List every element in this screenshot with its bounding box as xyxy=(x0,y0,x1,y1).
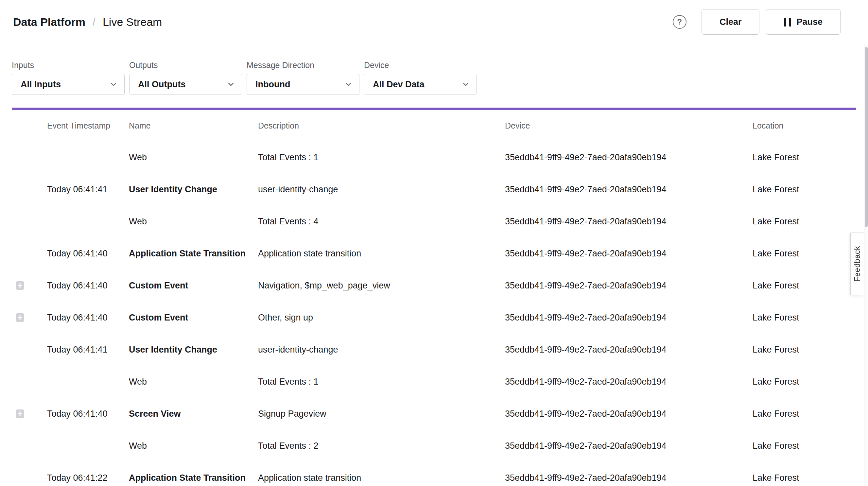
clear-button[interactable]: Clear xyxy=(702,9,760,35)
expand-cell xyxy=(12,281,47,290)
expand-cell xyxy=(12,345,47,354)
event-timestamp: Today 06:41:40 xyxy=(47,313,129,323)
event-device-id: 35eddb41-9ff9-49e2-7aed-20afa90eb194 xyxy=(505,281,752,291)
event-location: Lake Forest xyxy=(752,345,856,355)
expand-cell xyxy=(12,409,47,418)
event-description: Application state transition xyxy=(258,248,505,259)
column-header-device: Device xyxy=(505,121,752,130)
filter-outputs-label: Outputs xyxy=(129,61,242,70)
live-stream-page: Data Platform / Live Stream ? Clear Paus… xyxy=(0,0,868,486)
device-dropdown[interactable]: All Dev Data xyxy=(364,74,477,95)
table-row[interactable]: Today 06:41:40 Custom Event Navigation, … xyxy=(12,270,856,302)
event-device-id: 35eddb41-9ff9-49e2-7aed-20afa90eb194 xyxy=(505,313,752,323)
table-row[interactable]: Today 06:41:22 Application State Transit… xyxy=(12,462,856,486)
event-device-id: 35eddb41-9ff9-49e2-7aed-20afa90eb194 xyxy=(505,441,752,451)
column-header-timestamp: Event Timestamp xyxy=(47,121,129,130)
message-direction-dropdown[interactable]: Inbound xyxy=(247,74,360,95)
event-location: Lake Forest xyxy=(752,377,856,387)
pause-icon xyxy=(784,18,791,27)
event-name: User Identity Change xyxy=(129,184,258,194)
filter-bar: Inputs All Inputs Outputs All Outputs Me… xyxy=(0,44,868,95)
table-header-row: Event Timestamp Name Description Device … xyxy=(12,110,856,141)
filter-message-direction: Message Direction Inbound xyxy=(247,61,360,95)
event-location: Lake Forest xyxy=(752,216,856,226)
event-device-id: 35eddb41-9ff9-49e2-7aed-20afa90eb194 xyxy=(505,473,752,483)
filter-outputs: Outputs All Outputs xyxy=(129,61,242,95)
event-name: Web xyxy=(129,441,258,451)
event-name: Web xyxy=(129,152,258,162)
event-location: Lake Forest xyxy=(752,313,856,323)
event-location: Lake Forest xyxy=(752,281,856,291)
table-row[interactable]: Today 06:41:41 User Identity Change user… xyxy=(12,173,856,205)
column-header-location: Location xyxy=(752,121,856,130)
event-description: Total Events : 4 xyxy=(258,216,505,226)
event-location: Lake Forest xyxy=(752,409,856,419)
top-header: Data Platform / Live Stream ? Clear Paus… xyxy=(0,0,868,44)
table-row[interactable]: Today 06:41:41 User Identity Change user… xyxy=(12,334,856,366)
column-header-name: Name xyxy=(129,121,258,130)
event-device-id: 35eddb41-9ff9-49e2-7aed-20afa90eb194 xyxy=(505,216,752,226)
expand-cell xyxy=(12,474,47,482)
table-row[interactable]: Today 06:41:40 Screen View Signup Pagevi… xyxy=(12,398,856,430)
help-icon[interactable]: ? xyxy=(673,15,686,29)
feedback-tab[interactable]: Feedback xyxy=(850,233,864,295)
filter-inputs-label: Inputs xyxy=(12,61,125,70)
accent-divider xyxy=(12,108,856,110)
filter-message-direction-label: Message Direction xyxy=(247,61,360,70)
expand-cell xyxy=(12,313,47,322)
filter-device-label: Device xyxy=(364,61,477,70)
table-row[interactable]: Web Total Events : 4 35eddb41-9ff9-49e2-… xyxy=(12,205,856,238)
event-device-id: 35eddb41-9ff9-49e2-7aed-20afa90eb194 xyxy=(505,377,752,387)
event-name: Web xyxy=(129,216,258,226)
event-timestamp: Today 06:41:22 xyxy=(47,473,129,483)
event-device-id: 35eddb41-9ff9-49e2-7aed-20afa90eb194 xyxy=(505,152,752,162)
header-actions: ? Clear Pause xyxy=(673,9,840,35)
expand-cell xyxy=(12,153,47,161)
expand-row-icon[interactable] xyxy=(16,313,24,322)
chevron-down-icon xyxy=(344,80,352,89)
event-description: Navigation, $mp_web_page_view xyxy=(258,281,505,291)
expand-cell xyxy=(12,185,47,193)
inputs-dropdown[interactable]: All Inputs xyxy=(12,74,125,95)
table-row[interactable]: Today 06:41:40 Custom Event Other, sign … xyxy=(12,302,856,334)
scrollbar-track[interactable] xyxy=(864,44,868,486)
expand-row-icon[interactable] xyxy=(16,281,24,290)
event-description: Signup Pageview xyxy=(258,409,505,419)
chevron-down-icon xyxy=(109,80,118,89)
device-dropdown-value: All Dev Data xyxy=(373,80,425,90)
breadcrumb-data-platform[interactable]: Data Platform xyxy=(13,16,85,28)
chevron-down-icon xyxy=(227,80,235,89)
event-name: Application State Transition xyxy=(129,248,258,259)
event-location: Lake Forest xyxy=(752,473,856,483)
event-timestamp: Today 06:41:40 xyxy=(47,281,129,291)
expand-row-icon[interactable] xyxy=(16,409,24,418)
table-row[interactable]: Today 06:41:40 Application State Transit… xyxy=(12,238,856,270)
event-description: user-identity-change xyxy=(258,184,505,194)
event-timestamp: Today 06:41:40 xyxy=(47,409,129,419)
event-device-id: 35eddb41-9ff9-49e2-7aed-20afa90eb194 xyxy=(505,345,752,355)
event-device-id: 35eddb41-9ff9-49e2-7aed-20afa90eb194 xyxy=(505,409,752,419)
event-timestamp: Today 06:41:41 xyxy=(47,345,129,355)
pause-button[interactable]: Pause xyxy=(766,9,840,35)
message-direction-dropdown-value: Inbound xyxy=(255,80,290,90)
event-location: Lake Forest xyxy=(752,152,856,162)
event-name: Screen View xyxy=(129,409,258,419)
event-description: Other, sign up xyxy=(258,313,505,323)
event-timestamp: Today 06:41:41 xyxy=(47,184,129,194)
breadcrumb: Data Platform / Live Stream xyxy=(13,16,162,28)
table-body: Web Total Events : 1 35eddb41-9ff9-49e2-… xyxy=(12,141,856,486)
feedback-tab-label: Feedback xyxy=(852,246,862,282)
event-description: Total Events : 1 xyxy=(258,152,505,162)
event-description: Total Events : 2 xyxy=(258,441,505,451)
outputs-dropdown-value: All Outputs xyxy=(138,80,185,90)
table-row[interactable]: Web Total Events : 1 35eddb41-9ff9-49e2-… xyxy=(12,366,856,398)
page-title: Live Stream xyxy=(103,16,162,28)
scrollbar-thumb[interactable] xyxy=(865,47,868,227)
event-description: Application state transition xyxy=(258,473,505,483)
outputs-dropdown[interactable]: All Outputs xyxy=(129,74,242,95)
event-name: Web xyxy=(129,377,258,387)
table-row[interactable]: Web Total Events : 1 35eddb41-9ff9-49e2-… xyxy=(12,141,856,173)
table-row[interactable]: Web Total Events : 2 35eddb41-9ff9-49e2-… xyxy=(12,430,856,462)
event-description: Total Events : 1 xyxy=(258,377,505,387)
event-location: Lake Forest xyxy=(752,441,856,451)
